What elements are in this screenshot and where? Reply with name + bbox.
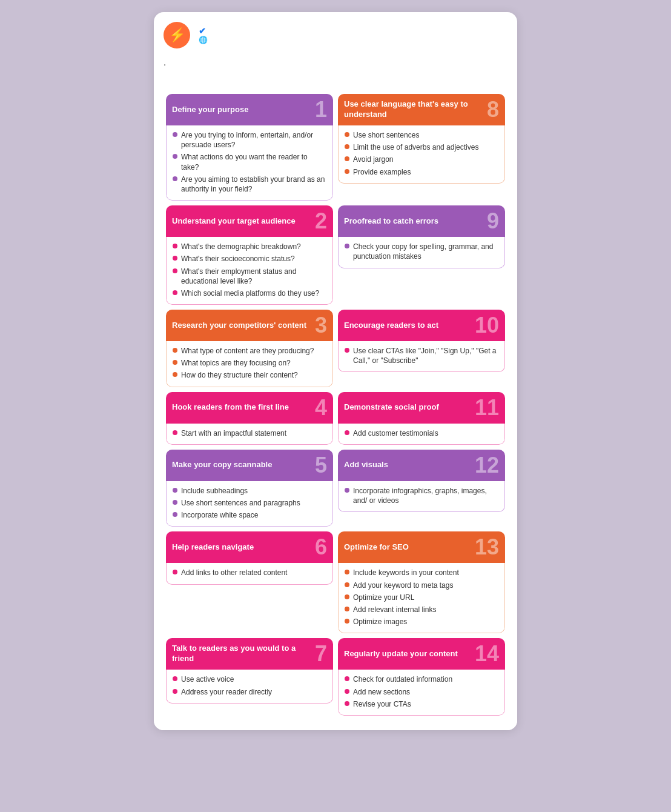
tip-item: Start with an impactful statement	[173, 428, 326, 438]
tip-dot	[345, 144, 349, 149]
tips-grid: Define your purpose1Are you trying to in…	[166, 94, 505, 716]
tip-dot	[173, 256, 177, 261]
tip-dot	[345, 156, 349, 161]
tip-item: Include subheadings	[173, 486, 326, 496]
tip-number-4: 4	[315, 397, 327, 419]
tip-title-1: Define your purpose	[172, 105, 311, 115]
tip-title-8: Use clear language that's easy to unders…	[344, 99, 483, 120]
tip-number-13: 13	[475, 536, 499, 558]
tip-item: Check for outdated information	[345, 674, 498, 684]
verified-icon: ✔	[199, 26, 206, 36]
tip-dot	[345, 594, 349, 599]
tip-card-14: Regularly update your content14Check for…	[338, 638, 505, 716]
tip-title-10: Encourage readers to act	[344, 321, 471, 331]
tip-header-3: Research your competitors' content3	[166, 310, 333, 341]
tip-item-text: What's their socioeconomic status?	[181, 254, 295, 264]
tip-number-7: 7	[315, 643, 327, 665]
tip-card-2: Understand your target audience2What's t…	[166, 205, 333, 305]
tip-body-8: Use short sentencesLimit the use of adve…	[338, 125, 505, 184]
tip-item-text: Use short sentences and paragraphs	[181, 498, 300, 508]
tip-body-5: Include subheadingsUse short sentences a…	[166, 481, 333, 527]
tip-dot	[345, 244, 349, 248]
tip-dot	[345, 430, 349, 435]
tip-item-text: Revise your CTAs	[353, 699, 411, 709]
tip-item: Use active voice	[173, 674, 326, 684]
tip-title-5: Make your copy scannable	[172, 460, 311, 470]
tip-dot	[345, 676, 349, 681]
tip-dot	[345, 701, 349, 706]
tip-item: Are you trying to inform, entertain, and…	[173, 130, 326, 150]
tip-item: What actions do you want the reader to t…	[173, 152, 326, 171]
tip-dot	[173, 268, 177, 273]
tip-item: Limit the use of adverbs and adjectives	[345, 142, 498, 152]
tip-dot	[173, 570, 177, 574]
tip-item-text: Add your keyword to meta tags	[353, 581, 453, 590]
tip-item-text: Use clear CTAs like "Join," "Sign Up," "…	[353, 346, 498, 365]
tip-item: Use short sentences	[345, 130, 498, 140]
tip-dot	[345, 582, 349, 587]
tip-item: Revise your CTAs	[345, 699, 498, 709]
tip-card-8: Use clear language that's easy to unders…	[338, 94, 505, 201]
tip-item-text: Add customer testimonials	[353, 428, 438, 438]
tip-item: How do they structure their content?	[173, 370, 326, 380]
tip-item-text: Optimize images	[353, 617, 407, 627]
tip-header-5: Make your copy scannable5	[166, 450, 333, 481]
tip-item-text: Avoid jargon	[353, 155, 394, 164]
tip-title-6: Help readers navigate	[172, 542, 311, 553]
tip-item-text: Start with an impactful statement	[181, 428, 286, 438]
tip-title-2: Understand your target audience	[172, 216, 311, 227]
tip-item: Which social media platforms do they use…	[173, 288, 326, 298]
tip-item: What's their employment status and educa…	[173, 267, 326, 286]
tip-item: Add links to other related content	[173, 568, 326, 577]
post-time: 🌐	[196, 36, 501, 44]
tip-card-3: Research your competitors' content3What …	[166, 310, 333, 387]
tip-header-13: Optimize for SEO13	[338, 531, 505, 563]
tip-item-text: Use active voice	[181, 674, 234, 684]
tip-item: Incorporate infographics, graphs, images…	[345, 486, 498, 505]
tip-item: Provide examples	[345, 167, 498, 177]
tip-number-6: 6	[315, 536, 327, 558]
tip-dot	[173, 488, 177, 493]
tip-item-text: How do they structure their content?	[181, 370, 298, 380]
tip-dot	[345, 132, 349, 137]
tip-body-7: Use active voiceAddress your reader dire…	[166, 670, 333, 703]
tip-body-4: Start with an impactful statement	[166, 424, 333, 445]
tip-body-14: Check for outdated informationAdd new se…	[338, 670, 505, 716]
tip-item: Avoid jargon	[345, 155, 498, 164]
tip-number-9: 9	[487, 210, 499, 232]
tip-number-12: 12	[475, 454, 499, 476]
tip-item: Use short sentences and paragraphs	[173, 498, 326, 508]
tip-card-12: Add visuals12Incorporate infographics, g…	[338, 450, 505, 527]
tip-dot	[173, 176, 177, 181]
tip-item-text: What type of content are they producing?	[181, 346, 314, 356]
tip-body-10: Use clear CTAs like "Join," "Sign Up," "…	[338, 341, 505, 372]
tip-header-10: Encourage readers to act10	[338, 310, 505, 341]
tip-item-text: Optimize your URL	[353, 593, 414, 602]
tip-card-13: Optimize for SEO13Include keywords in yo…	[338, 531, 505, 633]
infographic: Define your purpose1Are you trying to in…	[154, 73, 517, 730]
tip-item-text: What's their employment status and educa…	[181, 267, 326, 286]
tip-item: What's the demographic breakdown?	[173, 242, 326, 251]
tip-item-text: Include keywords in your content	[353, 568, 459, 577]
tip-item-text: What's the demographic breakdown?	[181, 242, 301, 251]
tip-item-text: Which social media platforms do they use…	[181, 288, 319, 298]
tip-dot	[345, 488, 349, 493]
post-author: ✔	[196, 26, 501, 36]
tip-item-text: Add links to other related content	[181, 568, 287, 577]
tip-body-2: What's the demographic breakdown?What's …	[166, 237, 333, 305]
tip-header-9: Proofread to catch errors9	[338, 205, 505, 237]
tip-number-5: 5	[315, 454, 327, 476]
tip-card-11: Demonstrate social proof11Add customer t…	[338, 392, 505, 445]
tip-number-11: 11	[475, 397, 499, 419]
tip-header-1: Define your purpose1	[166, 94, 333, 125]
tip-dot	[173, 244, 177, 248]
tip-dot	[173, 360, 177, 365]
tip-item: Address your reader directly	[173, 687, 326, 697]
tip-dot	[173, 154, 177, 159]
tip-header-11: Demonstrate social proof11	[338, 392, 505, 424]
tip-dot	[173, 500, 177, 505]
tip-number-14: 14	[475, 643, 499, 665]
tip-body-3: What type of content are they producing?…	[166, 341, 333, 387]
tip-body-9: Check your copy for spelling, grammar, a…	[338, 237, 505, 268]
tip-dot	[173, 372, 177, 377]
